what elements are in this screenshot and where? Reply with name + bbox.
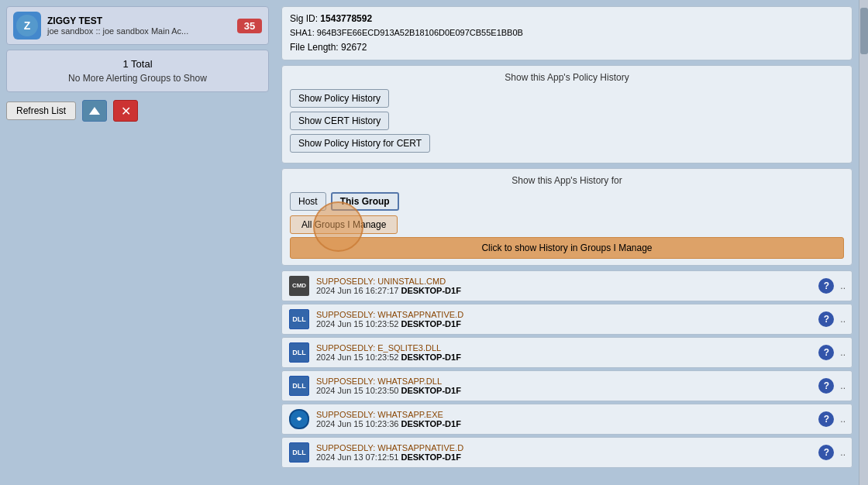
this-group-button[interactable]: This Group [331, 192, 399, 211]
file-length-row: File Length: 92672 [290, 40, 844, 55]
sig-id-value: 1543778592 [320, 13, 372, 24]
right-panel: Sig ID: 1543778592 SHA1: 964B3FE66ECD913… [275, 0, 859, 485]
svg-text:Z: Z [24, 19, 31, 32]
history-for-title: Show this App's History for [290, 175, 844, 186]
svg-point-4 [298, 418, 301, 421]
item-meta: 2024 Jun 15 10:23:50 DESKTOP-D1F [316, 386, 812, 395]
file-length-label: File Length: [290, 42, 339, 53]
refresh-button[interactable]: Refresh List [6, 101, 76, 120]
svg-marker-2 [89, 107, 100, 115]
question-icon[interactable]: ? [818, 311, 834, 327]
history-items-list: CMD SUPPOSEDLY: UNINSTALL.CMD 2024 Jun 1… [281, 270, 852, 470]
file-icon: CMD [288, 275, 310, 297]
policy-section: Show this App's Policy History Show Poli… [281, 65, 852, 163]
question-icon[interactable]: ? [818, 345, 834, 360]
show-cert-history-button[interactable]: Show CERT History [290, 112, 389, 130]
file-icon: DLL [288, 442, 310, 463]
app-card: Z ZIGGY TEST joe sandbox :: joe sandbox … [6, 6, 269, 45]
click-overlay-label: Click to show History in Groups I Manage [290, 237, 844, 259]
item-meta: 2024 Jun 16 16:27:17 DESKTOP-D1F [316, 286, 812, 295]
history-item[interactable]: CMD SUPPOSEDLY: UNINSTALL.CMD 2024 Jun 1… [281, 270, 852, 301]
show-policy-history-cert-button[interactable]: Show Policy History for CERT [290, 134, 430, 153]
close-button[interactable]: ✕ [113, 100, 138, 122]
refresh-row: Refresh List ✕ [6, 97, 269, 125]
app-name: ZIGGY TEST [47, 15, 231, 26]
scroll-up-button[interactable] [82, 100, 107, 122]
dll-icon: DLL [289, 376, 309, 396]
item-text: SUPPOSEDLY: WHATSAPP.DLL 2024 Jun 15 10:… [316, 377, 812, 395]
host-button[interactable]: Host [290, 192, 326, 211]
question-icon[interactable]: ? [818, 378, 834, 394]
item-name: SUPPOSEDLY: UNINSTALL.CMD [316, 277, 812, 286]
host-group-row: Host This Group [290, 192, 844, 211]
item-text: SUPPOSEDLY: E_SQLITE3.DLL 2024 Jun 15 10… [316, 343, 812, 362]
sha1-row: SHA1: 964B3FE66ECD913A52B18106D0E097CB55… [290, 26, 844, 40]
sig-id-row: Sig ID: 1543778592 [290, 12, 844, 26]
history-item[interactable]: DLL SUPPOSEDLY: WHATSAPPNATIVE.D 2024 Ju… [281, 304, 852, 335]
scrollbar-thumb[interactable] [860, 8, 868, 54]
item-dots: .. [840, 280, 846, 291]
item-dots: .. [840, 347, 846, 358]
all-groups-button[interactable]: All Groups I Manage [290, 215, 398, 234]
total-count: 1 Total [15, 58, 260, 70]
item-text: SUPPOSEDLY: UNINSTALL.CMD 2024 Jun 16 16… [316, 277, 812, 295]
app-subtitle: joe sandbox :: joe sandbox Main Ac... [47, 26, 231, 36]
question-icon[interactable]: ? [818, 411, 834, 427]
history-item[interactable]: SUPPOSEDLY: WHATSAPP.EXE 2024 Jun 15 10:… [281, 404, 852, 435]
item-meta: 2024 Jun 15 10:23:52 DESKTOP-D1F [316, 319, 812, 328]
exe-icon [289, 409, 309, 429]
scrollbar[interactable] [859, 0, 868, 485]
summary-box: 1 Total No More Alerting Groups to Show [6, 50, 269, 92]
sha1-value: 964B3FE66ECD913A52B18106D0E097CB55E1BB0B [317, 28, 523, 37]
item-text: SUPPOSEDLY: WHATSAPP.EXE 2024 Jun 15 10:… [316, 410, 812, 428]
item-name: SUPPOSEDLY: WHATSAPPNATIVE.D [316, 310, 812, 319]
file-info-section: Sig ID: 1543778592 SHA1: 964B3FE66ECD913… [281, 6, 852, 60]
history-item[interactable]: DLL SUPPOSEDLY: E_SQLITE3.DLL 2024 Jun 1… [281, 337, 852, 368]
all-groups-wrapper: All Groups I Manage [290, 215, 398, 234]
dll-icon: DLL [289, 309, 309, 329]
item-name: SUPPOSEDLY: WHATSAPP.EXE [316, 410, 812, 419]
item-meta: 2024 Jun 15 10:23:52 DESKTOP-D1F [316, 353, 812, 362]
item-dots: .. [840, 447, 846, 458]
show-policy-history-button[interactable]: Show Policy History [290, 89, 389, 108]
item-dots: .. [840, 380, 846, 391]
alert-badge: 35 [237, 19, 262, 33]
policy-section-title: Show this App's Policy History [290, 72, 844, 83]
file-icon: DLL [288, 375, 310, 397]
file-icon: DLL [288, 308, 310, 330]
history-item[interactable]: DLL SUPPOSEDLY: WHATSAPPNATIVE.D 2024 Ju… [281, 437, 852, 468]
history-for-section: Show this App's History for Host This Gr… [281, 168, 852, 266]
item-text: SUPPOSEDLY: WHATSAPPNATIVE.D 2024 Jun 13… [316, 443, 812, 462]
sig-id-label: Sig ID: [290, 13, 318, 24]
item-name: SUPPOSEDLY: WHATSAPPNATIVE.D [316, 443, 812, 452]
file-icon [288, 408, 310, 430]
no-more-label: No More Alerting Groups to Show [15, 73, 260, 84]
item-dots: .. [840, 414, 846, 425]
item-name: SUPPOSEDLY: WHATSAPP.DLL [316, 377, 812, 386]
item-meta: 2024 Jun 15 10:23:36 DESKTOP-D1F [316, 419, 812, 428]
cmd-icon: CMD [289, 276, 309, 296]
app-info: ZIGGY TEST joe sandbox :: joe sandbox Ma… [47, 15, 231, 36]
item-name: SUPPOSEDLY: E_SQLITE3.DLL [316, 343, 812, 353]
history-item[interactable]: DLL SUPPOSEDLY: WHATSAPP.DLL 2024 Jun 15… [281, 370, 852, 401]
question-icon[interactable]: ? [818, 278, 834, 294]
dll-icon: DLL [289, 442, 309, 463]
item-text: SUPPOSEDLY: WHATSAPPNATIVE.D 2024 Jun 15… [316, 310, 812, 328]
file-icon: DLL [288, 342, 310, 363]
file-length-value: 92672 [341, 42, 367, 53]
dll-icon: DLL [289, 342, 309, 363]
item-dots: .. [840, 314, 846, 325]
question-icon[interactable]: ? [818, 445, 834, 460]
sha1-label: SHA1: [290, 28, 315, 37]
item-meta: 2024 Jun 13 07:12:51 DESKTOP-D1F [316, 452, 812, 462]
app-icon: Z [13, 12, 41, 40]
